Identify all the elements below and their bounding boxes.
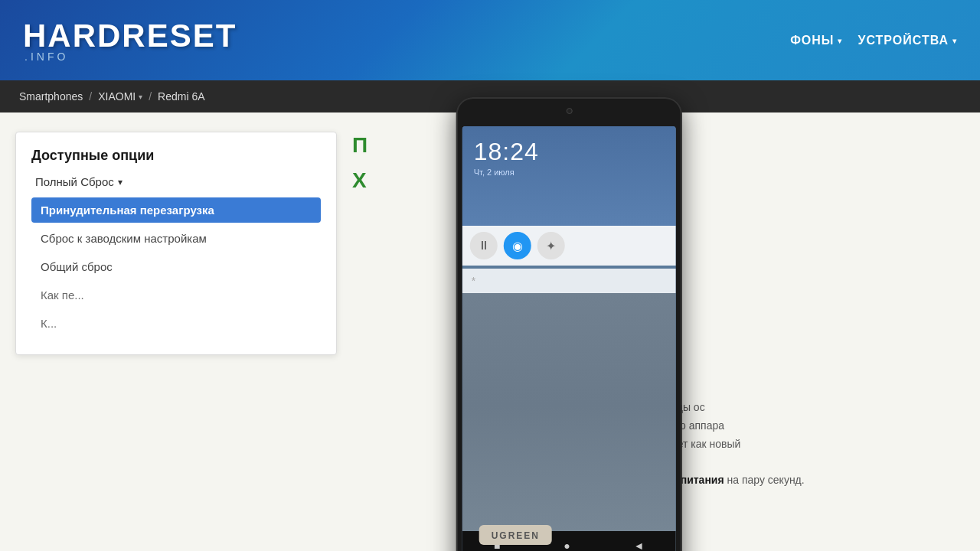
sidebar-title: Доступные опции bbox=[31, 148, 321, 164]
menu-item-extra[interactable]: К... bbox=[31, 311, 321, 336]
breadcrumb-smartphones[interactable]: Smartphones bbox=[19, 90, 83, 103]
chevron-down-icon: ▾ bbox=[118, 177, 122, 187]
toggle-pause[interactable]: ⏸ bbox=[470, 232, 498, 259]
chevron-down-icon: ▾ bbox=[838, 37, 842, 45]
menu-item-factory-reset[interactable]: Сброс к заводским настройкам bbox=[31, 226, 321, 251]
right-bottom-text: тоды ос цью аппара удет как новый ку пит… bbox=[666, 399, 957, 490]
nav-back[interactable]: ◄ bbox=[634, 540, 645, 551]
nav-item-phones[interactable]: ФОНЫ ▾ bbox=[790, 34, 842, 47]
phone-screen: 18:24 Чт, 2 июля ⏸ ◉ ✦ * ■ bbox=[462, 126, 676, 551]
main-content: Доступные опции Полный Сброс ▾ Принудите… bbox=[0, 112, 980, 551]
site-header: HARDRESET .INFO ФОНЫ ▾ УСТРОЙСТВА ▾ bbox=[0, 0, 980, 80]
phone-body: 18:24 Чт, 2 июля ⏸ ◉ ✦ * ■ bbox=[456, 97, 682, 551]
phone-camera bbox=[566, 108, 572, 114]
menu-item-force-restart[interactable]: Принудительная перезагрузка bbox=[31, 197, 321, 223]
phone-screen-lower bbox=[462, 293, 676, 551]
dropdown-label: Полный Сброс bbox=[35, 175, 114, 188]
logo-sub: .INFO bbox=[23, 51, 237, 63]
breadcrumb-sep-2: / bbox=[149, 90, 152, 103]
phone-date: Чт, 2 июля bbox=[474, 168, 665, 177]
phone-time: 18:24 bbox=[474, 138, 665, 166]
phone-search-bar[interactable]: * bbox=[462, 269, 676, 293]
dropdown-selector[interactable]: Полный Сброс ▾ bbox=[31, 175, 321, 188]
chevron-down-icon: ▾ bbox=[952, 37, 957, 45]
sidebar-panel: Доступные опции Полный Сброс ▾ Принудите… bbox=[15, 132, 337, 355]
toggle-wifi[interactable]: ◉ bbox=[504, 232, 531, 259]
breadcrumb-xiaomi[interactable]: XIAOMI ▾ bbox=[98, 90, 142, 103]
search-asterisk: * bbox=[472, 275, 475, 287]
ugreen-label: UGREEN bbox=[479, 525, 552, 545]
toggle-flashlight[interactable]: ✦ bbox=[537, 232, 565, 259]
nav-home[interactable]: ● bbox=[564, 540, 570, 551]
breadcrumb-sep-1: / bbox=[89, 90, 92, 103]
header-nav: ФОНЫ ▾ УСТРОЙСТВА ▾ bbox=[790, 34, 957, 47]
breadcrumb-redmi6a[interactable]: Redmi 6A bbox=[158, 90, 204, 103]
ugreen-text: UGREEN bbox=[492, 530, 540, 541]
menu-item-general-reset[interactable]: Общий сброс bbox=[31, 254, 321, 279]
quick-toggles-bar: ⏸ ◉ ✦ bbox=[462, 226, 676, 266]
chevron-down-icon: ▾ bbox=[139, 93, 142, 101]
logo-area[interactable]: HARDRESET .INFO bbox=[23, 18, 237, 63]
phone-device: 18:24 Чт, 2 июля ⏸ ◉ ✦ * ■ bbox=[456, 97, 682, 551]
nav-item-devices[interactable]: УСТРОЙСТВА ▾ bbox=[858, 34, 957, 47]
menu-item-howto[interactable]: Как пе... bbox=[31, 282, 321, 308]
phone-lockscreen-top: 18:24 Чт, 2 июля bbox=[462, 126, 676, 226]
logo-main: HARDRESET bbox=[23, 18, 237, 54]
